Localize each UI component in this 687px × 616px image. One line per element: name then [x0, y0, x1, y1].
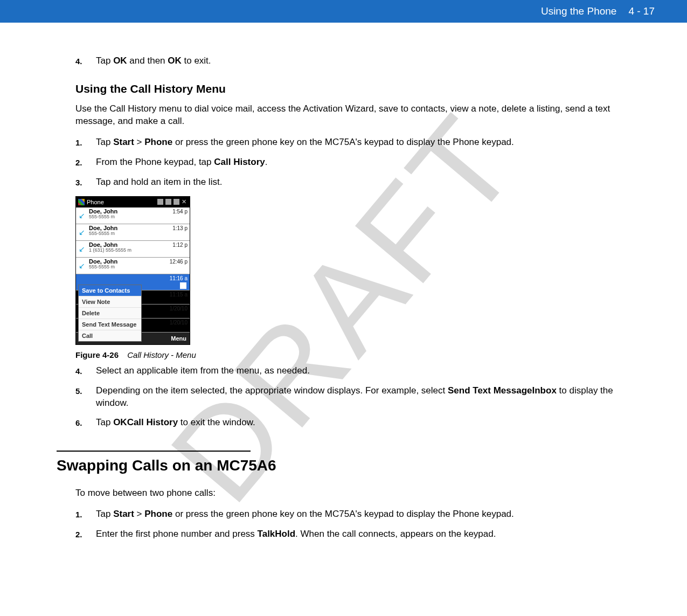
step-number: 2. — [75, 528, 96, 540]
bold: Talk — [258, 529, 275, 539]
step-text: Tap OKCall History to exit the window. — [96, 417, 644, 429]
context-menu: Save to ContactsView NoteDeleteSend Text… — [78, 285, 142, 342]
text: . When the call connects, — [295, 529, 400, 539]
step-item: 4.Select an applicable item from the men… — [75, 365, 644, 377]
call-time: 12:46 p — [167, 258, 190, 274]
bold: Start — [113, 137, 134, 147]
text: to display the — [557, 385, 613, 396]
section-swapping-calls: Swapping Calls on an MC75A6 To move betw… — [75, 451, 644, 541]
paragraph: Use the Call History menu to dial voice … — [75, 103, 644, 128]
signal-icon — [157, 199, 163, 205]
call-name: Doe, John — [89, 241, 166, 248]
call-number: 1 (631) 555-5555 m — [89, 248, 166, 253]
step-item: 6.Tap OKCall History to exit the window. — [75, 417, 644, 429]
call-history-list: ↙Doe, John555-5555 m1:54 p↙Doe, John555-… — [76, 207, 190, 274]
step-text: Select an applicable item from the menu,… — [96, 365, 644, 377]
paragraph: To move between two phone calls: — [75, 487, 644, 500]
step-text: Tap Start > Phone or press the green pho… — [96, 508, 644, 521]
step-item: 1.Tap Start > Phone or press the green p… — [75, 136, 644, 149]
windows-flag-icon — [78, 199, 85, 205]
text: Tap — [96, 137, 113, 147]
bold: Send Text Message — [448, 385, 532, 396]
step-item: 1.Tap Start > Phone or press the green p… — [75, 508, 644, 521]
context-menu-item: Send Text Message — [79, 319, 141, 330]
text: From the Phone keypad, tap — [96, 157, 214, 167]
header-title: Using the Phone — [541, 5, 617, 17]
context-menu-item: View Note — [79, 296, 141, 308]
phone-screenshot: Phone ✕ ↙Doe, John555-5555 m1:54 p↙Doe, … — [75, 196, 190, 345]
step-item: 2.From the Phone keypad, tap Call Histor… — [75, 156, 644, 169]
step-text: Tap OK and then OK to exit. — [96, 55, 644, 67]
step-text: From the Phone keypad, tap Call History. — [96, 156, 644, 169]
call-direction-icon: ↙ — [76, 258, 88, 274]
bold: Hold — [275, 529, 295, 539]
call-time: 1:13 p — [167, 224, 190, 240]
call-number: 555-5555 m — [89, 265, 166, 270]
bold: Phone — [144, 137, 172, 147]
speaker-icon — [165, 199, 171, 205]
text: or press the green phone key on the MC75… — [172, 509, 514, 519]
step-number: 4. — [75, 55, 96, 67]
context-menu-item: Delete — [79, 308, 141, 319]
page-header: Using the Phone 4 - 17 — [0, 0, 687, 23]
text: Enter the first phone number and press — [96, 529, 258, 539]
bold: Call History — [214, 157, 265, 167]
step-number: 5. — [75, 385, 96, 397]
text: to exit the — [178, 417, 223, 427]
text: and then — [127, 56, 168, 66]
phone-app-title: Phone — [87, 199, 104, 205]
call-row: ↙Doe, John555-5555 m12:46 p — [76, 258, 190, 274]
call-number: 555-5555 m — [89, 231, 166, 237]
call-name: Doe, John — [89, 208, 166, 214]
step-item: 2.Enter the first phone number and press… — [75, 528, 644, 541]
step-number: 6. — [75, 417, 96, 428]
text: Tap — [96, 56, 113, 66]
step-text: Tap Start > Phone or press the green pho… — [96, 136, 644, 149]
call-time: 11:16 a — [167, 274, 190, 281]
call-direction-icon: ↙ — [76, 207, 88, 224]
step-number: 4. — [75, 365, 96, 377]
call-direction-icon: ↙ — [76, 241, 88, 257]
call-row: ↙Doe, John555-5555 m1:13 p — [76, 224, 190, 241]
page-content: 4. Tap OK and then OK to exit. Using the… — [0, 23, 687, 541]
bold: OK — [113, 56, 127, 66]
context-menu-item: Save to Contacts — [79, 285, 141, 296]
text: window. — [96, 398, 128, 408]
text: > — [134, 509, 144, 519]
section-divider — [57, 451, 251, 452]
figure-number: Figure 4-26 — [75, 350, 119, 359]
step-item: 3.Tap and hold an item in the list. — [75, 176, 644, 189]
text: Depending on the item selected, the appr… — [96, 385, 448, 396]
text: window. — [223, 417, 255, 427]
close-icon: ✕ — [182, 199, 188, 205]
phone-titlebar: Phone ✕ — [76, 197, 190, 207]
figure-caption: Figure 4-26 Call History - Menu — [75, 350, 644, 359]
bold: OK — [168, 56, 182, 66]
context-menu-item: Call — [79, 330, 141, 341]
battery-icon — [174, 199, 179, 205]
checkbox-icon — [180, 282, 186, 289]
bold: Call History — [127, 417, 178, 427]
step-item: 5.Depending on the item selected, the ap… — [75, 385, 644, 410]
call-time: 1:54 p — [167, 207, 190, 224]
text: Tap — [96, 509, 113, 519]
call-time: 1/20/10 — [167, 319, 190, 332]
call-name: Doe, John — [89, 225, 166, 231]
step-text: Depending on the item selected, the appr… — [96, 385, 644, 410]
step-number: 1. — [75, 136, 96, 148]
call-time: 1/20/10 — [167, 304, 190, 318]
step-number: 2. — [75, 156, 96, 168]
softkey-menu: Menu — [171, 335, 186, 342]
step-number: 1. — [75, 508, 96, 520]
call-time: 1:12 p — [167, 241, 190, 257]
bold: Phone — [144, 509, 172, 519]
text: or press the green phone key on the MC75… — [172, 137, 514, 147]
call-row: ↙Doe, John555-5555 m1:54 p — [76, 207, 190, 224]
text: . — [265, 157, 268, 167]
text: Tap — [96, 417, 113, 427]
call-direction-icon: ↙ — [76, 224, 88, 240]
step-text: Enter the first phone number and press T… — [96, 528, 644, 541]
header-page-number: 4 - 17 — [628, 5, 655, 17]
bold: Start — [113, 509, 134, 519]
step-text: Tap and hold an item in the list. — [96, 176, 644, 189]
